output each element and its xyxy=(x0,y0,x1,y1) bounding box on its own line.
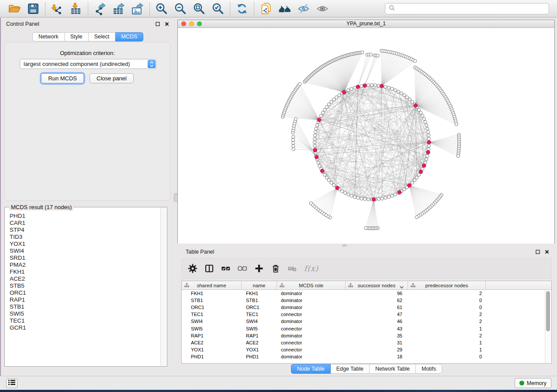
table-cell[interactable]: YOX1 xyxy=(242,347,277,352)
table-cell[interactable]: SWI5 xyxy=(182,326,242,331)
export-table-icon[interactable] xyxy=(112,2,125,15)
mcds-result-item[interactable]: SRD1 xyxy=(10,254,160,261)
hide-eye-icon[interactable] xyxy=(297,2,310,15)
table-cell[interactable]: 2 xyxy=(408,312,486,317)
table-cell[interactable]: SWI4 xyxy=(182,319,242,324)
close-panel-button[interactable]: Close panel xyxy=(90,73,134,83)
column-header-predecessor-nodes[interactable]: predecessor nodes xyxy=(408,281,486,289)
optimization-criterion-select[interactable]: largest connected component (undirected) xyxy=(20,59,156,69)
mcds-list-scrollbar[interactable] xyxy=(160,208,166,366)
tab-mcds[interactable]: MCDS xyxy=(115,32,143,41)
table-row[interactable]: YOX1YOX1connector291 xyxy=(182,346,551,353)
tab-network[interactable]: Network xyxy=(32,32,65,41)
table-scrollbar-thumb[interactable] xyxy=(546,291,550,331)
mcds-result-item[interactable]: ACE2 xyxy=(10,275,160,282)
tab-network-table[interactable]: Network Table xyxy=(370,364,416,374)
table-row[interactable]: FKH1FKH1dominator962 xyxy=(182,290,551,297)
table-cell[interactable]: dominator xyxy=(277,354,346,359)
table-cell[interactable]: dominator xyxy=(277,333,346,338)
table-cell[interactable]: 1 xyxy=(408,347,486,352)
network-window-titlebar[interactable]: YPA_prune.txt_1 xyxy=(178,20,554,28)
houses-icon[interactable] xyxy=(278,2,291,15)
export-image-icon[interactable] xyxy=(131,2,144,15)
close-panel-icon[interactable] xyxy=(544,249,550,254)
show-eye-icon[interactable] xyxy=(316,2,329,15)
mcds-result-item[interactable]: PMA2 xyxy=(10,261,160,268)
table-cell[interactable]: SWI5 xyxy=(242,326,277,331)
mcds-result-item[interactable]: STB1 xyxy=(10,303,160,310)
table-cell[interactable]: 31 xyxy=(346,340,408,345)
mcds-result-item[interactable]: YOX1 xyxy=(10,241,160,248)
table-cell[interactable]: STB1 xyxy=(242,298,277,303)
table-cell[interactable]: connector xyxy=(277,347,346,352)
table-cell[interactable]: ORC1 xyxy=(182,305,242,310)
tab-motifs[interactable]: Motifs xyxy=(416,364,442,374)
table-cell[interactable]: ACE2 xyxy=(182,340,242,345)
table-cell[interactable]: 18 xyxy=(346,354,408,359)
mcds-result-item[interactable]: CAR1 xyxy=(10,220,160,227)
table-cell[interactable]: 35 xyxy=(346,333,408,338)
table-cell[interactable]: RAP1 xyxy=(242,333,277,338)
import-table-icon[interactable] xyxy=(69,2,83,15)
refresh-icon[interactable] xyxy=(235,2,249,15)
table-cell[interactable]: 29 xyxy=(346,347,408,352)
table-panel-divider-handle[interactable] xyxy=(342,244,347,247)
table-cell[interactable]: 2 xyxy=(408,319,486,324)
save-icon[interactable] xyxy=(27,2,40,15)
open-folder-icon[interactable] xyxy=(8,2,21,15)
tab-node-table[interactable]: Node Table xyxy=(291,364,331,374)
table-cell[interactable]: 1 xyxy=(408,326,486,331)
table-row[interactable]: ACE2ACE2connector311 xyxy=(182,339,551,346)
table-row[interactable]: SWI4SWI4dominator462 xyxy=(182,318,551,325)
float-panel-icon[interactable] xyxy=(535,249,540,254)
table-cell[interactable]: YOX1 xyxy=(182,347,242,352)
trash-icon[interactable] xyxy=(271,264,280,273)
column-header-successor-nodes[interactable]: successor nodes xyxy=(346,281,408,289)
run-mcds-button[interactable]: Run MCDS xyxy=(41,73,84,83)
table-cell[interactable]: 62 xyxy=(346,298,408,303)
network-graph[interactable] xyxy=(178,28,554,244)
table-row[interactable]: RAP1RAP1dominator352 xyxy=(182,332,551,339)
table-row[interactable]: TEC1TEC1connector472 xyxy=(182,311,551,318)
table-cell[interactable]: 2 xyxy=(408,333,486,338)
table-cell[interactable]: 0 xyxy=(408,305,486,310)
table-cell[interactable]: TEC1 xyxy=(182,312,242,317)
zoom-fit-icon[interactable] xyxy=(193,2,206,15)
table-cell[interactable]: 47 xyxy=(346,312,408,317)
mcds-result-item[interactable]: PHD1 xyxy=(10,213,160,220)
mcds-result-item[interactable]: ORC1 xyxy=(10,289,160,296)
search-input[interactable] xyxy=(398,5,545,13)
table-cell[interactable]: dominator xyxy=(277,291,346,296)
export-network-icon[interactable] xyxy=(93,2,107,15)
float-panel-icon[interactable] xyxy=(155,21,160,27)
table-cell[interactable]: STB1 xyxy=(182,298,242,303)
tab-edge-table[interactable]: Edge Table xyxy=(331,364,370,374)
table-cell[interactable]: dominator xyxy=(277,298,346,303)
table-cell[interactable]: dominator xyxy=(277,319,346,324)
mcds-result-item[interactable]: TEC1 xyxy=(10,317,160,324)
tab-style[interactable]: Style xyxy=(65,32,89,41)
column-header-shared-name[interactable]: shared name xyxy=(182,281,242,289)
mcds-result-item[interactable]: STB5 xyxy=(10,282,160,289)
table-cell[interactable]: PHD1 xyxy=(182,354,242,359)
table-cell[interactable]: connector xyxy=(277,312,346,317)
table-row[interactable]: PHD1PHD1dominator180 xyxy=(182,353,551,360)
table-cell[interactable]: connector xyxy=(277,326,346,331)
column-header-name[interactable]: name xyxy=(242,281,277,289)
clone-network-icon[interactable] xyxy=(259,2,273,15)
table-cell[interactable]: FKH1 xyxy=(182,291,242,296)
table-row[interactable]: ORC1ORC1dominator610 xyxy=(182,304,551,311)
add-icon[interactable] xyxy=(254,264,264,273)
gear-icon[interactable] xyxy=(188,264,197,273)
table-cell[interactable]: 96 xyxy=(346,291,408,296)
mcds-result-item[interactable]: SWI4 xyxy=(10,248,160,254)
table-cell[interactable]: SWI4 xyxy=(242,319,277,324)
mcds-result-item[interactable]: TID3 xyxy=(10,234,160,241)
table-cell[interactable]: RAP1 xyxy=(182,333,242,338)
table-row[interactable]: SWI5SWI5connector431 xyxy=(182,325,551,332)
table-cell[interactable]: 2 xyxy=(408,291,486,296)
import-network-icon[interactable] xyxy=(51,2,64,15)
memory-button[interactable]: Memory xyxy=(515,378,551,388)
column-header-MCDS-role[interactable]: MCDS role xyxy=(277,281,346,289)
table-cell[interactable]: TEC1 xyxy=(242,312,277,317)
